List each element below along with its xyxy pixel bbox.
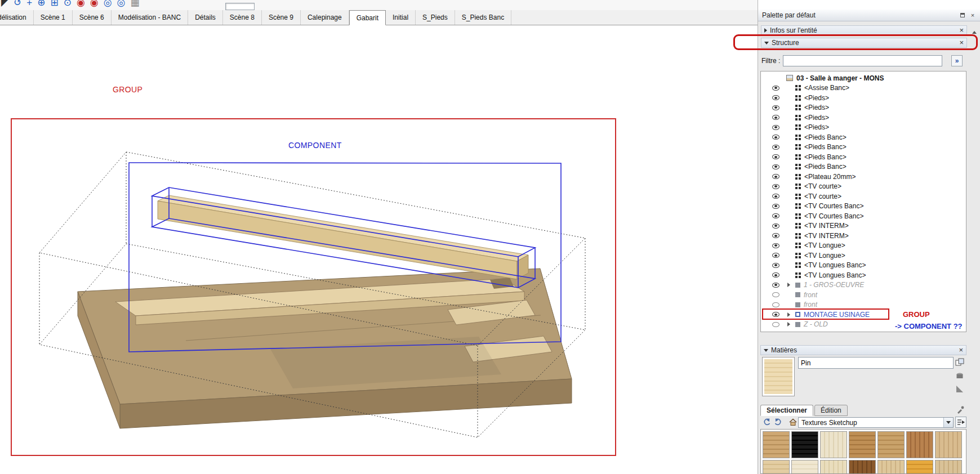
scene-tab[interactable]: Calepinage [301,10,349,25]
filter-options-button[interactable]: » [951,55,963,66]
expand-arrow-icon[interactable] [786,321,792,327]
scene-tab[interactable]: S_Pieds [416,10,455,25]
scene-tab[interactable]: Modélisation - BANC [112,10,188,25]
visible-eye-icon[interactable] [772,125,779,130]
expand-arrow-icon[interactable] [786,282,792,288]
create-material-button[interactable] [955,370,965,381]
section-close-icon[interactable]: × [959,347,963,354]
zoom-window-icon[interactable]: ⊞ [51,0,59,7]
secondary-pane-button[interactable] [955,357,965,367]
material-swatch-wood-grain[interactable] [877,431,905,458]
material-swatch-wood-red-planks[interactable] [906,431,933,458]
filter-input[interactable] [783,55,942,66]
tray-scroll-up-button[interactable] [970,28,978,36]
hidden-eye-icon[interactable] [772,292,779,297]
visible-eye-icon[interactable] [772,105,779,110]
default-material-button[interactable] [955,384,965,394]
scene-tab[interactable]: délisation [0,10,34,25]
collapse-arrow-icon[interactable] [764,28,767,33]
tree-row[interactable]: <Pieds Banc> [761,152,966,162]
tree-row[interactable]: <Pieds Banc> [761,162,966,172]
section-header-structure[interactable]: Structure × [761,38,967,48]
tree-row[interactable]: front [761,290,966,300]
pan-icon[interactable]: + [26,0,32,7]
details-button[interactable] [955,417,966,428]
tree-row[interactable]: MONTAGE USINAGE [761,310,966,320]
tree-row[interactable]: <Plateau 20mm> [761,172,966,182]
material-name-field[interactable] [798,357,954,369]
measurements-box[interactable] [225,3,255,10]
tree-row[interactable]: <TV Longue> [761,251,966,261]
material-swatch-wood-pale[interactable] [820,431,847,458]
materials-collection-dropdown[interactable]: Textures Sketchup [798,417,954,428]
section-close-icon[interactable]: × [959,39,964,46]
visible-eye-icon[interactable] [772,145,779,150]
previous-view-icon[interactable]: ◉ [77,0,85,7]
tree-row[interactable]: <Pieds Banc> [761,132,966,142]
visible-eye-icon[interactable] [772,253,779,258]
visible-eye-icon[interactable] [772,164,779,169]
zoom-extents-icon[interactable]: ⊙ [64,0,72,7]
expand-arrow-icon[interactable] [764,42,769,44]
material-swatch-wood-light-3[interactable] [935,460,962,474]
visible-eye-icon[interactable] [772,86,779,91]
tree-row[interactable]: <Assise Banc> [761,83,966,93]
tree-row[interactable]: <TV Longues Banc> [761,270,966,280]
tray-options-icon[interactable] [959,11,966,19]
tree-row[interactable]: <TV INTERM> [761,231,966,241]
visible-eye-icon[interactable] [772,272,779,278]
next-view-icon[interactable]: ◉ [90,0,99,7]
back-button[interactable] [762,417,772,427]
visible-eye-icon[interactable] [772,135,779,140]
tree-row[interactable]: front [761,300,966,310]
visible-eye-icon[interactable] [772,154,779,159]
expand-arrow-icon[interactable] [786,312,792,318]
visible-eye-icon[interactable] [772,204,779,209]
select-icon[interactable]: ◤ [1,0,8,7]
expand-arrow-icon[interactable] [764,349,768,352]
material-swatch-wood-planks[interactable] [763,431,790,458]
visible-eye-icon[interactable] [772,312,779,317]
scene-tab[interactable]: Gabarit [349,10,386,25]
forward-button[interactable] [773,417,783,427]
tree-row[interactable]: <TV Longues Banc> [761,261,966,271]
in-model-button[interactable] [788,417,798,427]
scene-tab[interactable]: Initial [386,10,416,25]
material-swatch-wood-pale-2[interactable] [820,460,847,474]
visible-eye-icon[interactable] [772,223,779,229]
tree-row[interactable]: <TV INTERM> [761,221,966,231]
visible-eye-icon[interactable] [772,95,779,100]
visible-eye-icon[interactable] [772,243,779,248]
tree-row[interactable]: <Pieds> [761,123,966,133]
material-swatch-cream[interactable] [791,460,818,474]
material-swatch-wood-light[interactable] [763,460,790,474]
section-header-entity-info[interactable]: Infos sur l'entité × [761,25,967,35]
material-swatch-black-glossy[interactable] [791,431,818,458]
chevron-down-icon[interactable] [943,418,953,427]
scene-tab[interactable]: S_Pieds Banc [455,10,511,25]
tree-row[interactable]: <TV Longue> [761,241,966,251]
tree-row[interactable]: <TV Courtes Banc> [761,211,966,221]
material-swatch-wood-light-2[interactable] [877,460,905,474]
scene-tab[interactable]: Détails [188,10,223,25]
visible-eye-icon[interactable] [772,115,779,120]
styles-icon[interactable]: ◎ [117,0,126,7]
visible-eye-icon[interactable] [772,213,779,218]
views-icon[interactable]: ◎ [104,0,112,7]
hidden-eye-icon[interactable] [772,322,779,327]
tree-root-row[interactable]: 03 - Salle à manger - MONS [761,73,966,83]
visible-eye-icon[interactable] [772,174,779,179]
tree-row[interactable]: <TV courte> [761,182,966,192]
tree-row[interactable]: <Pieds> [761,113,966,123]
scene-tab[interactable]: Scène 6 [73,10,112,25]
scene-tab[interactable]: Scène 9 [262,10,301,25]
tray-close-icon[interactable]: × [969,11,977,19]
hidden-eye-icon[interactable] [772,302,779,307]
visible-eye-icon[interactable] [772,263,779,268]
tree-row[interactable]: 1 - GROS-OEUVRE [761,280,966,290]
tree-row[interactable]: <TV courte> [761,191,966,202]
visible-eye-icon[interactable] [772,194,779,199]
material-swatch-wood-light-vertical[interactable] [935,431,962,458]
orbit-icon[interactable]: ↺ [14,0,21,7]
scene-tab[interactable]: Scène 8 [223,10,262,25]
